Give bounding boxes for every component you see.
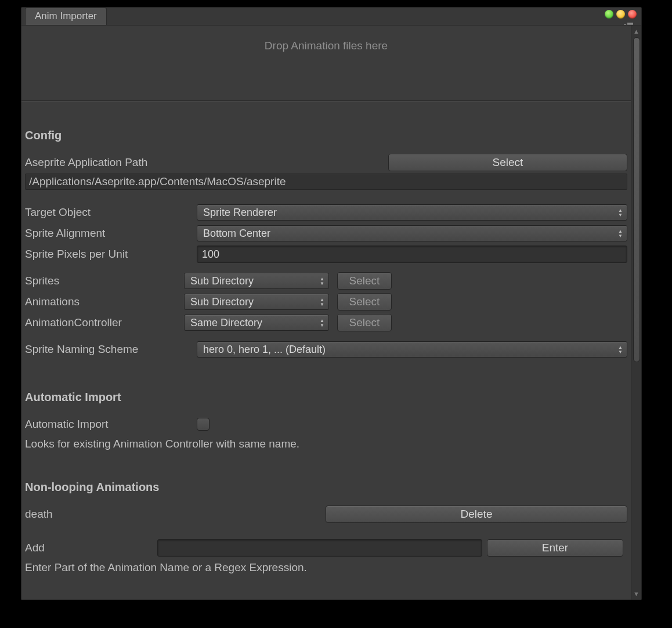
auto-import-label: Automatic Import bbox=[25, 418, 197, 431]
updown-arrows-icon: ▲▼ bbox=[618, 345, 623, 354]
scroll-up-arrow-icon[interactable]: ▲ bbox=[633, 28, 640, 35]
animcontroller-select-button[interactable]: Select bbox=[337, 314, 392, 331]
row-sprite-alignment: Sprite Alignment Bottom Center ▲▼ bbox=[25, 223, 627, 243]
button-label: Select bbox=[493, 156, 523, 169]
nonloop-add-label: Add bbox=[25, 542, 153, 554]
titlebar: Anim Importer ▾ bbox=[21, 8, 641, 25]
dropdown-value: Sub Directory bbox=[190, 275, 254, 287]
panel-body: Drop Animation files here Config Aseprit… bbox=[21, 25, 641, 600]
animcontroller-label: AnimationController bbox=[25, 316, 176, 329]
row-animcontroller: AnimationController Same Directory ▲▼ Se… bbox=[25, 313, 627, 333]
row-naming-scheme: Sprite Naming Scheme hero 0, hero 1, ...… bbox=[25, 340, 627, 359]
tab-label: Anim Importer bbox=[35, 10, 97, 21]
nonloop-add-input[interactable] bbox=[157, 539, 482, 557]
drop-zone-label: Drop Animation files here bbox=[265, 39, 388, 52]
nonloop-help: Enter Part of the Animation Name or a Re… bbox=[25, 561, 627, 574]
aseprite-select-button[interactable]: Select bbox=[388, 154, 627, 171]
tab-anim-importer[interactable]: Anim Importer bbox=[25, 8, 107, 26]
aseprite-path-label: Aseprite Application Path bbox=[25, 156, 197, 169]
nonloop-item-row: death Delete bbox=[25, 504, 627, 524]
button-label: Select bbox=[349, 275, 380, 287]
target-object-label: Target Object bbox=[25, 206, 197, 219]
naming-scheme-dropdown[interactable]: hero 0, hero 1, ... (Default) ▲▼ bbox=[197, 341, 627, 358]
content-area: Drop Animation files here Config Aseprit… bbox=[21, 26, 631, 600]
nonloop-heading: Non-looping Animations bbox=[25, 481, 627, 494]
sprites-dropdown[interactable]: Sub Directory ▲▼ bbox=[184, 273, 329, 289]
sprites-select-button[interactable]: Select bbox=[337, 272, 392, 290]
sprite-alignment-dropdown[interactable]: Bottom Center ▲▼ bbox=[197, 225, 627, 241]
editor-window: Anim Importer ▾ Drop Animation files her… bbox=[21, 7, 642, 600]
button-label: Select bbox=[349, 295, 380, 308]
nonloop-delete-button[interactable]: Delete bbox=[326, 506, 627, 523]
updown-arrows-icon: ▲▼ bbox=[618, 229, 623, 238]
row-aseprite-path: Aseprite Application Path Select bbox=[25, 153, 627, 172]
nonloop-enter-button[interactable]: Enter bbox=[487, 539, 623, 557]
target-object-dropdown[interactable]: Sprite Renderer ▲▼ bbox=[197, 204, 627, 221]
scroll-down-arrow-icon[interactable]: ▼ bbox=[633, 590, 640, 597]
row-sprites: Sprites Sub Directory ▲▼ Select bbox=[25, 271, 627, 291]
button-label: Select bbox=[349, 316, 380, 329]
drop-zone[interactable]: Drop Animation files here bbox=[21, 26, 631, 101]
zoom-button[interactable] bbox=[616, 10, 625, 19]
sprites-label: Sprites bbox=[25, 275, 176, 287]
updown-arrows-icon: ▲▼ bbox=[320, 298, 324, 306]
auto-import-checkbox[interactable] bbox=[197, 418, 209, 431]
row-nonloop-add: Add Enter bbox=[25, 538, 627, 558]
updown-arrows-icon: ▲▼ bbox=[618, 208, 623, 217]
nonloop-item-name: death bbox=[25, 508, 326, 521]
row-ppu: Sprite Pixels per Unit bbox=[25, 244, 627, 264]
animations-label: Animations bbox=[25, 295, 176, 308]
ppu-input[interactable] bbox=[197, 246, 627, 263]
row-animations: Animations Sub Directory ▲▼ Select bbox=[25, 292, 627, 312]
animations-dropdown[interactable]: Sub Directory ▲▼ bbox=[184, 294, 329, 310]
button-label: Delete bbox=[461, 508, 493, 521]
close-button[interactable] bbox=[628, 10, 637, 19]
button-label: Enter bbox=[542, 542, 568, 554]
naming-scheme-label: Sprite Naming Scheme bbox=[25, 343, 197, 356]
animcontroller-dropdown[interactable]: Same Directory ▲▼ bbox=[184, 315, 329, 331]
aseprite-path-value: /Applications/Aseprite.app/Contents/MacO… bbox=[25, 174, 627, 190]
updown-arrows-icon: ▲▼ bbox=[320, 319, 324, 327]
config-heading: Config bbox=[25, 129, 627, 142]
row-auto-import: Automatic Import bbox=[25, 414, 627, 434]
vertical-scrollbar[interactable]: ▲ ▼ bbox=[631, 26, 641, 600]
scrollbar-thumb[interactable] bbox=[633, 37, 640, 362]
dropdown-value: Sub Directory bbox=[190, 296, 254, 308]
window-controls bbox=[605, 10, 637, 19]
updown-arrows-icon: ▲▼ bbox=[320, 277, 324, 286]
dropdown-value: Bottom Center bbox=[203, 228, 270, 240]
auto-import-heading: Automatic Import bbox=[25, 391, 627, 404]
dropdown-value: Same Directory bbox=[190, 317, 262, 329]
sprite-alignment-label: Sprite Alignment bbox=[25, 227, 197, 240]
dropdown-value: Sprite Renderer bbox=[203, 207, 277, 219]
animations-select-button[interactable]: Select bbox=[337, 293, 392, 311]
row-target-object: Target Object Sprite Renderer ▲▼ bbox=[25, 203, 627, 222]
dropdown-value: hero 0, hero 1, ... (Default) bbox=[203, 344, 326, 356]
minimize-button[interactable] bbox=[605, 10, 613, 19]
ppu-label: Sprite Pixels per Unit bbox=[25, 248, 197, 261]
auto-import-help: Looks for existing Animation Controller … bbox=[25, 438, 627, 450]
